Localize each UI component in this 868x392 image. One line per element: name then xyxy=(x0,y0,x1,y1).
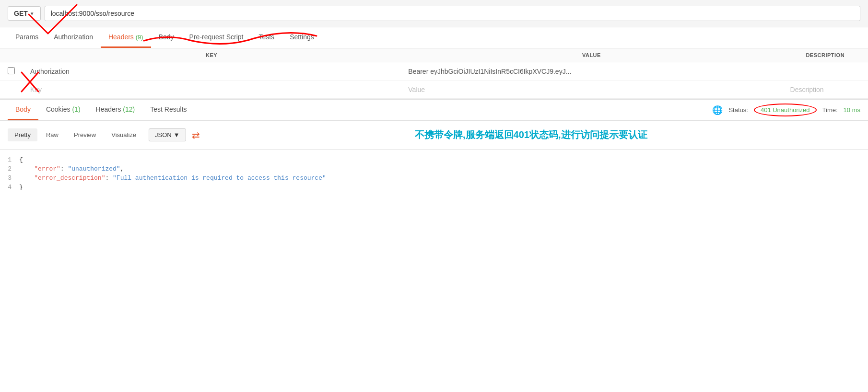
tab-pre-request[interactable]: Pre-request Script xyxy=(182,27,251,48)
request-headers-section: KEY VALUE DESCRIPTION Authorization Bear… xyxy=(0,48,868,99)
tab-headers[interactable]: Headers (9) xyxy=(101,27,151,48)
code-line-1: 1 { xyxy=(0,155,868,164)
wrap-icon[interactable]: ⇄ xyxy=(192,129,200,141)
headers-table: KEY VALUE DESCRIPTION Authorization Bear… xyxy=(0,48,868,99)
tab-settings[interactable]: Settings xyxy=(282,27,322,48)
response-meta: 🌐 Status: 401 Unauthorized Time: 10 ms xyxy=(712,104,860,116)
line-num-2: 2 xyxy=(0,165,19,173)
method-select[interactable]: GET ▼ xyxy=(8,6,41,21)
row-2-key[interactable]: Key xyxy=(23,81,400,99)
request-tabs: Params Authorization Headers (9) Body Pr… xyxy=(0,27,868,48)
line-content-3: "error_description": "Full authenticatio… xyxy=(19,174,868,182)
annotation-text: 不携带令牌,服务端返回401状态码,进行访问提示要认证 xyxy=(202,125,860,145)
code-line-4: 4 } xyxy=(0,183,868,192)
url-input[interactable] xyxy=(45,6,860,21)
row-2-description: Description xyxy=(783,81,868,99)
method-label: GET xyxy=(14,10,28,17)
tab-body[interactable]: Body xyxy=(151,27,182,48)
code-area: 1 { 2 "error": "unauthorized", 3 "error_… xyxy=(0,150,868,197)
format-tab-visualize[interactable]: Visualize xyxy=(105,128,143,141)
code-line-3: 3 "error_description": "Full authenticat… xyxy=(0,173,868,183)
code-line-2: 2 "error": "unauthorized", xyxy=(0,164,868,173)
response-tab-headers[interactable]: Headers (12) xyxy=(88,100,143,120)
table-row: Authorization Bearer eyJhbGciOiJIUzI1NiI… xyxy=(0,62,868,81)
json-format-dropdown[interactable]: JSON ▼ xyxy=(149,128,186,141)
response-tab-body[interactable]: Body xyxy=(8,100,38,120)
tab-params[interactable]: Params xyxy=(8,27,46,48)
line-num-1: 1 xyxy=(0,156,19,163)
response-tab-test-results[interactable]: Test Results xyxy=(142,100,194,120)
row-1-value: Bearer eyJhbGciOiJIUzI1NiIsInR5cCI6IkpXV… xyxy=(400,62,782,81)
format-tab-preview[interactable]: Preview xyxy=(67,128,103,141)
line-content-4: } xyxy=(19,184,868,191)
line-num-4: 4 xyxy=(0,184,19,191)
format-bar: Pretty Raw Preview Visualize JSON ▼ ⇄ 不携… xyxy=(0,121,868,150)
row-1-key: Authorization xyxy=(23,62,400,81)
response-bar: Body Cookies (1) Headers (12) Test Resul… xyxy=(0,99,868,121)
url-bar: GET ▼ xyxy=(0,0,868,27)
row-1-description xyxy=(783,62,868,81)
format-tab-pretty[interactable]: Pretty xyxy=(8,128,37,141)
col-header-value: VALUE xyxy=(400,48,782,62)
response-tabs: Body Cookies (1) Headers (12) Test Resul… xyxy=(8,100,712,120)
col-header-key: KEY xyxy=(23,48,400,62)
format-tab-raw[interactable]: Raw xyxy=(39,128,65,141)
row-2-checkbox-cell xyxy=(0,81,23,99)
col-header-description: DESCRIPTION xyxy=(783,48,868,62)
row-1-checkbox-cell xyxy=(0,62,23,81)
tab-authorization[interactable]: Authorization xyxy=(46,27,101,48)
tab-tests[interactable]: Tests xyxy=(251,27,282,48)
row-2-value[interactable]: Value xyxy=(400,81,782,99)
line-content-1: { xyxy=(19,156,868,163)
response-tab-cookies[interactable]: Cookies (1) xyxy=(38,100,88,120)
col-header-check xyxy=(0,48,23,62)
line-num-3: 3 xyxy=(0,174,19,182)
status-badge: 401 Unauthorized xyxy=(754,104,817,116)
row-1-checkbox[interactable] xyxy=(8,67,15,74)
globe-icon: 🌐 xyxy=(712,105,723,115)
line-content-2: "error": "unauthorized", xyxy=(19,165,868,173)
method-chevron: ▼ xyxy=(30,11,35,16)
table-row: Key Value Description xyxy=(0,81,868,99)
